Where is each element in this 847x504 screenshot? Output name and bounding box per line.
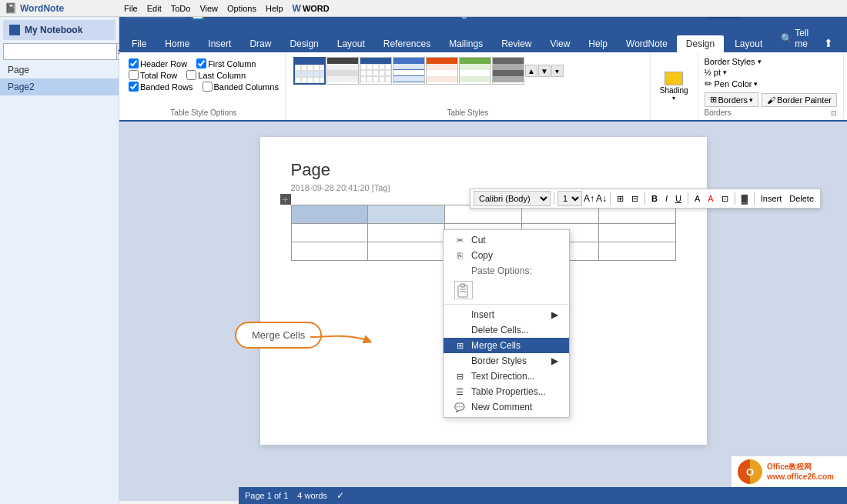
tab-home[interactable]: Home: [156, 35, 199, 52]
checkbox-first-column[interactable]: First Column: [196, 58, 256, 68]
shading-dropdown-arrow[interactable]: ▾: [672, 95, 675, 102]
tab-layout[interactable]: Layout: [328, 35, 374, 52]
table-style-more[interactable]: ▾: [551, 65, 564, 77]
font-up-icon[interactable]: A↑: [584, 193, 594, 204]
tab-review[interactable]: Review: [492, 35, 541, 52]
borders-dropdown-arrow[interactable]: ▾: [749, 96, 753, 104]
table-cell-1-1[interactable]: [291, 205, 368, 224]
checkbox-banded-rows[interactable]: Banded Rows: [129, 82, 193, 92]
pen-color-dropdown[interactable]: ▾: [754, 80, 758, 88]
share-icon[interactable]: ⬆: [818, 34, 839, 52]
tab-references[interactable]: References: [374, 35, 440, 52]
delete-ft-btn[interactable]: Delete: [786, 193, 817, 204]
tell-me-btn[interactable]: 🔍 Tell me: [773, 25, 816, 52]
tab-view[interactable]: View: [541, 35, 580, 52]
font-name-select[interactable]: Calibri (Body): [474, 191, 551, 206]
borders-btn[interactable]: ⊞ Borders ▾: [705, 92, 759, 107]
table-col-btn[interactable]: ⊟: [628, 193, 641, 205]
wordnote-menu-options[interactable]: Options: [223, 2, 261, 15]
cm-text-direction[interactable]: ⊟ Text Direction...: [444, 369, 569, 384]
cm-paste-label: Paste Options:: [444, 263, 569, 279]
table-style-swatch-6[interactable]: [459, 57, 491, 85]
underline-btn[interactable]: U: [672, 193, 685, 204]
cm-new-comment[interactable]: 💬 New Comment: [444, 399, 569, 415]
tab-wordnote[interactable]: WordNote: [617, 35, 677, 52]
tab-design[interactable]: Design: [280, 35, 327, 52]
table-cell-3-2[interactable]: [368, 242, 445, 261]
wordnote-menu-file[interactable]: File: [119, 2, 142, 15]
tab-layout-right[interactable]: Layout: [725, 35, 772, 52]
cm-insert[interactable]: Insert ▶: [444, 307, 569, 322]
page-search-input[interactable]: [3, 43, 117, 60]
wordnote-menu-todo[interactable]: ToDo: [166, 2, 196, 15]
cm-copy[interactable]: ⎘ Copy: [444, 248, 569, 263]
table-style-swatch-1[interactable]: [293, 57, 326, 85]
table-cell-2-5[interactable]: [598, 224, 675, 242]
font-down-icon[interactable]: A↓: [596, 193, 607, 204]
notebook-header[interactable]: My Notebook: [3, 20, 116, 40]
ribbon-section-expand[interactable]: ⊡: [831, 109, 837, 117]
italic-btn[interactable]: I: [662, 193, 671, 204]
notebook-icon: [9, 25, 20, 35]
wordnote-menu-edit[interactable]: Edit: [142, 2, 166, 15]
checkbox-header-row[interactable]: Header Row: [129, 58, 187, 68]
wordnote-menu-word[interactable]: W WORD: [288, 2, 334, 15]
table-style-swatch-5[interactable]: [426, 57, 458, 85]
cm-merge-cells[interactable]: ⊞ Merge Cells: [444, 338, 569, 353]
table-cell-3-5[interactable]: [598, 242, 675, 261]
comment-cm-icon: 💬: [454, 402, 465, 412]
tab-help[interactable]: Help: [579, 35, 617, 52]
table-style-scroll-down[interactable]: ▼: [538, 65, 551, 77]
cm-paste-icons: [444, 279, 569, 302]
bold-btn[interactable]: B: [648, 193, 661, 204]
tab-insert[interactable]: Insert: [199, 35, 240, 52]
tab-design-active[interactable]: Design: [677, 35, 724, 52]
notebook-label: My Notebook: [25, 25, 82, 35]
table-grid-btn[interactable]: ⊞: [614, 193, 627, 205]
page-item-1[interactable]: Page: [0, 62, 119, 78]
tab-draw[interactable]: Draw: [240, 35, 280, 52]
cm-delete-cells[interactable]: Delete Cells...: [444, 322, 569, 338]
font-size-select[interactable]: 11: [557, 191, 582, 206]
table-style-swatch-4[interactable]: [393, 57, 425, 85]
text-style-btn[interactable]: ⊡: [718, 193, 732, 205]
cm-table-properties[interactable]: ☰ Table Properties...: [444, 384, 569, 399]
shading-btn[interactable]: Shading ▾: [657, 70, 691, 103]
office-logo-text: Office教程网 www.office26.com: [767, 462, 834, 482]
table-cell-2-2[interactable]: [368, 224, 445, 242]
page-item-2[interactable]: Page2: [0, 78, 119, 95]
table-style-swatch-7[interactable]: [492, 57, 524, 85]
formatting-toolbar: Calibri (Body) 11 A↑ A↓ ⊞ ⊟ B I U A A ⊡ …: [470, 189, 821, 209]
shading-ft-btn[interactable]: ▓: [738, 193, 751, 204]
table-cell-3-1[interactable]: [291, 242, 368, 261]
wordnote-menu-help[interactable]: Help: [261, 2, 288, 15]
highlight-btn[interactable]: A: [691, 193, 703, 204]
paste-icon-1[interactable]: [454, 281, 473, 299]
checkbox-total-row[interactable]: Total Row: [129, 70, 177, 80]
table-style-swatch-3[interactable]: [360, 57, 392, 85]
cm-border-styles[interactable]: Border Styles ▶: [444, 353, 569, 369]
checkbox-banded-columns[interactable]: Banded Columns: [203, 82, 279, 92]
font-color-btn[interactable]: A: [705, 193, 716, 204]
cm-sep-1: [444, 304, 569, 305]
cm-cut[interactable]: ✂ Cut: [444, 232, 569, 248]
table-style-scroll-up[interactable]: ▲: [525, 65, 537, 77]
table-handle[interactable]: ⊹: [280, 194, 291, 205]
tab-file[interactable]: File: [122, 35, 156, 52]
track-changes-icon[interactable]: ✓: [336, 490, 344, 501]
border-painter-btn[interactable]: 🖌 Border Painter: [762, 93, 837, 107]
border-styles-dropdown[interactable]: ▾: [758, 58, 762, 65]
checkbox-last-column[interactable]: Last Column: [186, 70, 246, 80]
shading-section: Shading ▾: [651, 52, 698, 120]
table-props-icon: ☰: [454, 387, 465, 397]
wordnote-menu-view[interactable]: View: [195, 2, 223, 15]
table-style-swatch-2[interactable]: [326, 57, 359, 85]
comment-icon[interactable]: 💬: [841, 34, 847, 52]
status-bar: Page 1 of 1 4 words ✓ − ━━━━●━ + 100%: [239, 487, 847, 504]
insert-ft-btn[interactable]: Insert: [758, 193, 785, 204]
table-cell-1-2[interactable]: [368, 205, 445, 224]
table-cell-2-1[interactable]: [291, 224, 368, 242]
office-logo-circle: O: [738, 459, 762, 484]
pt-dropdown[interactable]: ▾: [723, 68, 727, 76]
tab-mailings[interactable]: Mailings: [440, 35, 492, 52]
